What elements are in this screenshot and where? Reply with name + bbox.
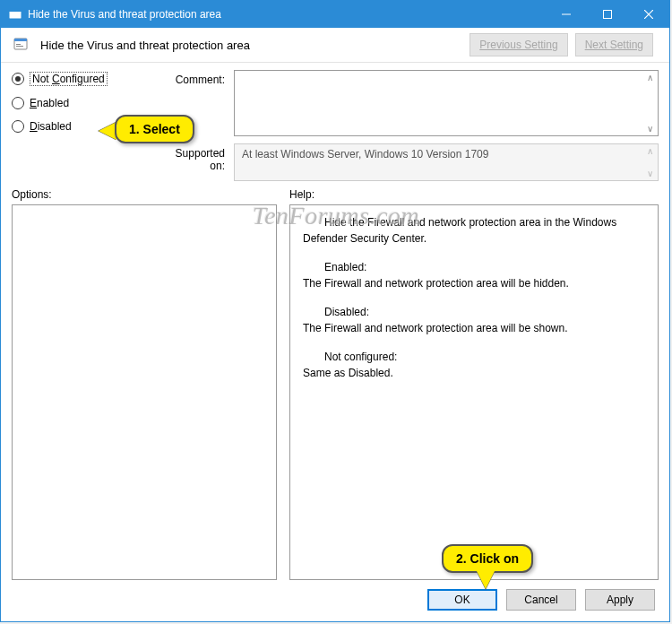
help-notconf-body: Same as Disabled. bbox=[303, 365, 645, 381]
radio-enabled[interactable]: Enabled bbox=[12, 97, 151, 109]
titlebar: Hide the Virus and threat protection are… bbox=[1, 1, 669, 28]
scroll-down-icon: ∨ bbox=[647, 169, 653, 178]
supported-on-text: At least Windows Server, Windows 10 Vers… bbox=[235, 144, 642, 180]
window-controls bbox=[546, 1, 669, 28]
annotation-step-1: 1. Select bbox=[115, 115, 194, 143]
scroll-up-icon: ∧ bbox=[647, 146, 653, 156]
radio-enabled-label: Enabled bbox=[30, 97, 69, 109]
svg-rect-8 bbox=[16, 44, 21, 45]
apply-button[interactable]: Apply bbox=[585, 589, 655, 611]
scroll-down-icon[interactable]: ∨ bbox=[647, 124, 653, 134]
callout-2-tail bbox=[477, 571, 495, 589]
panels-row: Options: Help: Hide the Firewall and net… bbox=[1, 185, 669, 580]
scrollbar[interactable]: ∧ ∨ bbox=[642, 71, 658, 135]
policy-title: Hide the Virus and threat protection are… bbox=[40, 39, 461, 52]
options-label: Options: bbox=[12, 188, 277, 201]
radio-not-configured-label: Not Configured bbox=[30, 72, 108, 86]
comment-label: Comment: bbox=[158, 70, 225, 86]
header-row: Hide the Virus and threat protection are… bbox=[1, 28, 669, 58]
radio-disabled-label: Disabled bbox=[30, 120, 72, 133]
help-disabled-title: Disabled: bbox=[303, 304, 645, 320]
cancel-button[interactable]: Cancel bbox=[506, 589, 576, 611]
previous-setting-button[interactable]: Previous Setting bbox=[470, 33, 567, 56]
options-panel-col: Options: bbox=[12, 188, 277, 580]
radio-not-configured[interactable]: Not Configured bbox=[12, 72, 151, 86]
scroll-up-icon[interactable]: ∧ bbox=[647, 73, 653, 82]
help-enabled-title: Enabled: bbox=[303, 259, 645, 275]
close-button[interactable] bbox=[628, 1, 669, 28]
ok-button[interactable]: OK bbox=[427, 589, 497, 611]
annotation-step-2: 2. Click on bbox=[442, 544, 533, 573]
minimize-button[interactable] bbox=[546, 1, 587, 28]
comment-row: Comment: ∧ ∨ bbox=[158, 70, 659, 136]
dialog-window: Hide the Virus and threat protection are… bbox=[0, 0, 670, 622]
help-panel-col: Help: Hide the Firewall and network prot… bbox=[289, 188, 659, 580]
help-box: Hide the Firewall and network protection… bbox=[289, 204, 659, 580]
supported-row: Supported on: At least Windows Server, W… bbox=[158, 143, 659, 181]
options-box bbox=[12, 204, 277, 580]
svg-rect-7 bbox=[14, 39, 27, 41]
svg-rect-9 bbox=[16, 46, 23, 47]
scrollbar: ∧ ∨ bbox=[642, 144, 658, 180]
next-setting-button[interactable]: Next Setting bbox=[575, 33, 653, 56]
supported-label: Supported on: bbox=[158, 143, 225, 172]
help-enabled-body: The Firewall and network protection area… bbox=[303, 275, 645, 291]
maximize-button[interactable] bbox=[587, 1, 628, 28]
right-column: Comment: ∧ ∨ Supported on: At least Wind… bbox=[158, 70, 659, 181]
app-icon bbox=[8, 7, 22, 22]
window-title: Hide the Virus and threat protection are… bbox=[28, 8, 546, 21]
help-intro: Hide the Firewall and network protection… bbox=[303, 214, 645, 247]
help-notconf-title: Not configured: bbox=[303, 349, 645, 365]
policy-icon bbox=[12, 35, 31, 55]
supported-on-box: At least Windows Server, Windows 10 Vers… bbox=[234, 143, 659, 181]
callout-1-tail bbox=[99, 122, 116, 140]
help-label: Help: bbox=[289, 188, 659, 201]
nav-buttons: Previous Setting Next Setting bbox=[470, 33, 653, 56]
help-disabled-body: The Firewall and network protection area… bbox=[303, 320, 645, 336]
svg-rect-3 bbox=[604, 11, 612, 19]
footer-buttons: OK Cancel Apply bbox=[1, 580, 669, 621]
svg-rect-1 bbox=[9, 9, 22, 12]
comment-textarea[interactable]: ∧ ∨ bbox=[234, 70, 659, 136]
